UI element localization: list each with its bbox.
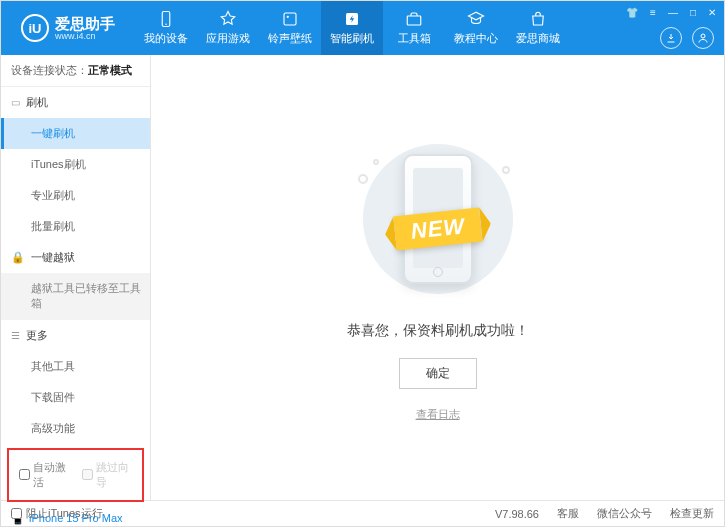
wallpaper-icon [281,10,299,28]
maximize-icon[interactable]: □ [688,5,698,20]
wechat-link[interactable]: 微信公众号 [597,506,652,521]
nav-label: 工具箱 [398,31,431,46]
view-log-link[interactable]: 查看日志 [416,407,460,422]
store-icon [529,10,547,28]
collapse-icon: ▭ [11,97,20,108]
support-link[interactable]: 客服 [557,506,579,521]
app-logo: iU 爱思助手 www.i4.cn [9,14,127,42]
more-icon: ☰ [11,330,20,341]
sidebar-group-flash[interactable]: ▭ 刷机 [1,87,150,118]
user-button[interactable] [692,27,714,49]
nav-ringtones[interactable]: 铃声壁纸 [259,1,321,55]
jailbreak-note: 越狱工具已转移至工具箱 [1,273,150,320]
app-icon [219,10,237,28]
main-content: NEW 恭喜您，保资料刷机成功啦！ 确定 查看日志 [151,55,724,500]
device-icon [157,10,175,28]
sidebar-group-more[interactable]: ☰ 更多 [1,320,150,351]
options-box: 自动激活 跳过向导 [7,448,144,502]
top-nav: 我的设备 应用游戏 铃声壁纸 智能刷机 工具箱 教程中心 爱思商城 [135,1,569,55]
download-button[interactable] [660,27,682,49]
svg-point-6 [701,34,705,38]
app-url: www.i4.cn [55,31,115,41]
menu-icon[interactable]: ≡ [648,5,658,20]
nav-label: 应用游戏 [206,31,250,46]
nav-apps[interactable]: 应用游戏 [197,1,259,55]
nav-toolbox[interactable]: 工具箱 [383,1,445,55]
sidebar-item-other-tools[interactable]: 其他工具 [1,351,150,382]
sidebar-item-download-firmware[interactable]: 下载固件 [1,382,150,413]
nav-tutorials[interactable]: 教程中心 [445,1,507,55]
nav-label: 爱思商城 [516,31,560,46]
logo-icon: iU [21,14,49,42]
connection-status: 设备连接状态：正常模式 [1,55,150,87]
nav-label: 智能刷机 [330,31,374,46]
ok-button[interactable]: 确定 [399,358,477,389]
version-label: V7.98.66 [495,508,539,520]
skip-guide-checkbox[interactable]: 跳过向导 [82,460,133,490]
sidebar-item-batch-flash[interactable]: 批量刷机 [1,211,150,242]
sidebar-item-pro-flash[interactable]: 专业刷机 [1,180,150,211]
check-update-link[interactable]: 检查更新 [670,506,714,521]
sidebar-item-itunes-flash[interactable]: iTunes刷机 [1,149,150,180]
nav-my-device[interactable]: 我的设备 [135,1,197,55]
sidebar-group-jailbreak: 🔒 一键越狱 [1,242,150,273]
nav-label: 铃声壁纸 [268,31,312,46]
svg-rect-5 [407,16,421,25]
success-message: 恭喜您，保资料刷机成功啦！ [347,322,529,340]
sidebar-item-oneclick-flash[interactable]: 一键刷机 [1,118,150,149]
lock-icon: 🔒 [11,251,25,264]
minimize-icon[interactable]: — [666,5,680,20]
tshirt-icon[interactable]: 👕 [624,5,640,20]
svg-rect-2 [284,13,296,25]
nav-label: 我的设备 [144,31,188,46]
sidebar: 设备连接状态：正常模式 ▭ 刷机 一键刷机 iTunes刷机 专业刷机 批量刷机… [1,55,151,500]
sidebar-item-advanced[interactable]: 高级功能 [1,413,150,444]
auto-activate-checkbox[interactable]: 自动激活 [19,460,70,490]
success-illustration: NEW [348,134,528,304]
app-name: 爱思助手 [55,16,115,31]
nav-flash[interactable]: 智能刷机 [321,1,383,55]
svg-point-1 [165,24,167,26]
flash-icon [343,10,361,28]
block-itunes-checkbox[interactable]: 阻止iTunes运行 [11,506,103,521]
svg-point-3 [287,16,289,18]
close-icon[interactable]: ✕ [706,5,718,20]
toolbox-icon [405,10,423,28]
nav-store[interactable]: 爱思商城 [507,1,569,55]
nav-label: 教程中心 [454,31,498,46]
tutorial-icon [467,10,485,28]
